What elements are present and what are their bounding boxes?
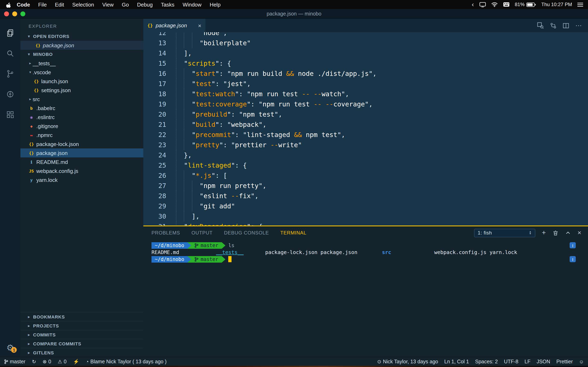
panel-tab-output[interactable]: OUTPUT: [191, 230, 213, 236]
code-line-21[interactable]: 21"build": "webpack",: [143, 119, 588, 130]
menu-view[interactable]: View: [98, 1, 118, 8]
code-line-28[interactable]: 28"eslint --fix",: [143, 191, 588, 201]
tree-file-settings-json[interactable]: {}settings.json: [20, 86, 143, 95]
tree-file-webpack-config-js[interactable]: JSwebpack.config.js: [20, 166, 143, 175]
status-gitlens-mode[interactable]: ⚡: [73, 359, 79, 364]
wifi-icon[interactable]: [491, 2, 498, 7]
tree-file--npmrc[interactable]: ▬.npmrc: [20, 131, 143, 140]
apple-menu-icon[interactable]: [6, 1, 11, 8]
code-line-17[interactable]: 17"test": "jest",: [143, 79, 588, 89]
sidebar-section-compare-commits[interactable]: ▸COMPARE COMMITS: [20, 339, 143, 348]
tree-file-package-lock-json[interactable]: {}package-lock.json: [20, 140, 143, 149]
menu-help[interactable]: Help: [206, 1, 225, 8]
code-line-29[interactable]: 29"git add": [143, 201, 588, 211]
code-line-19[interactable]: 19"test:coverage": "npm run test -- --co…: [143, 99, 588, 109]
minimize-window-button[interactable]: [12, 11, 17, 16]
menu-go[interactable]: Go: [118, 1, 133, 8]
sidebar-section-commits[interactable]: ▸COMMITS: [20, 330, 143, 339]
new-terminal-icon[interactable]: +: [542, 229, 546, 237]
status-errors[interactable]: ⊗0: [43, 359, 51, 364]
code-line-13[interactable]: 13"boilerplate": [143, 38, 588, 48]
tree-folder--vscode[interactable]: ▾.vscode: [20, 68, 143, 77]
explorer-icon[interactable]: [0, 23, 20, 43]
debug-icon[interactable]: [0, 84, 20, 104]
status-language-mode[interactable]: JSON: [536, 359, 550, 364]
menu-tasks[interactable]: Tasks: [157, 1, 178, 8]
status-formatter[interactable]: Prettier: [556, 359, 573, 364]
menu-debug[interactable]: Debug: [133, 1, 157, 8]
notification-center-icon[interactable]: [577, 2, 583, 7]
status-git-branch[interactable]: master: [4, 359, 25, 364]
code-editor[interactable]: 12"node",13"boilerplate"14],15"scripts":…: [143, 32, 588, 225]
sidebar-section-projects[interactable]: ▸PROJECTS: [20, 321, 143, 330]
status-gitlens-blame[interactable]: ◔Blame Nick Taylor ( 13 days ago ): [86, 359, 167, 364]
sidebar-section-gitlens[interactable]: ▸GITLENS: [20, 348, 143, 357]
menu-window[interactable]: Window: [178, 1, 206, 8]
terminal-select[interactable]: 1: fish ▲▼: [474, 229, 535, 237]
source-control-icon[interactable]: [0, 64, 20, 84]
menu-clock[interactable]: Thu 10:27 PM: [541, 2, 572, 7]
tree-file-launch-json[interactable]: {}launch.json: [20, 77, 143, 86]
code-line-16[interactable]: 16"start": "npm run build && node ./dist…: [143, 68, 588, 79]
tree-file-package-json[interactable]: {}package.json: [20, 149, 143, 157]
code-line-14[interactable]: 14],: [143, 48, 588, 58]
maximize-panel-icon[interactable]: [565, 230, 571, 236]
status-commit-author[interactable]: ⊙Nick Taylor, 13 days ago: [377, 359, 438, 364]
tree-folder--tests-[interactable]: ▸__tests__: [20, 59, 143, 68]
sidebar-section-bookmarks[interactable]: ▸BOOKMARKS: [20, 312, 143, 321]
close-panel-icon[interactable]: ×: [578, 229, 582, 236]
code-line-31[interactable]: 31"devDependencies": {: [143, 221, 588, 225]
code-line-27[interactable]: 27"npm run pretty",: [143, 181, 588, 191]
tree-file-yarn-lock[interactable]: yyarn.lock: [20, 175, 143, 184]
code-line-25[interactable]: 25"lint-staged": {: [143, 160, 588, 170]
menu-selection[interactable]: Selection: [68, 1, 98, 8]
battery-indicator[interactable]: 81%: [515, 2, 536, 7]
menu-app[interactable]: Code: [13, 1, 34, 8]
status-sync[interactable]: ↻: [32, 359, 36, 364]
open-changes-icon[interactable]: [537, 22, 544, 29]
code-line-15[interactable]: 15"scripts": {: [143, 58, 588, 68]
tree-file--eslintrc[interactable]: ◉.eslintrc: [20, 113, 143, 122]
code-line-23[interactable]: 23"pretty": "prettier --write": [143, 140, 588, 150]
tree-file--gitignore[interactable]: ◆.gitignore: [20, 122, 143, 131]
more-actions-icon[interactable]: ⋯: [575, 22, 582, 29]
tree-file-readme-md[interactable]: ℹREADME.md: [20, 157, 143, 166]
code-line-12[interactable]: 12"node",: [143, 32, 588, 38]
terminal[interactable]: ~/d/minobomaster lsIREADME.md __tests__ …: [143, 239, 588, 357]
panel-tab-debug-console[interactable]: DEBUG CONSOLE: [224, 230, 269, 236]
search-icon[interactable]: [0, 43, 20, 64]
open-editors-header[interactable]: ▾ OPEN EDITORS: [20, 32, 143, 41]
zoom-window-button[interactable]: [20, 11, 25, 16]
input-source-icon[interactable]: [503, 2, 509, 7]
code-line-24[interactable]: 24},: [143, 150, 588, 160]
panel-tab-terminal[interactable]: TERMINAL: [280, 230, 306, 236]
status-warnings[interactable]: ⚠0: [58, 359, 67, 364]
split-editor-icon[interactable]: [563, 22, 569, 29]
panel-tab-problems[interactable]: PROBLEMS: [151, 230, 180, 236]
tree-file--babelrc[interactable]: b.babelrc: [20, 104, 143, 113]
status-feedback[interactable]: ☺: [579, 359, 584, 364]
code-line-22[interactable]: 22"precommit": "lint-staged && npm test"…: [143, 130, 588, 140]
project-header[interactable]: ▾ MINOBO: [20, 50, 143, 59]
tab-package-json[interactable]: {} package.json ×: [143, 19, 205, 32]
close-window-button[interactable]: [4, 11, 9, 16]
status-eol[interactable]: LF: [525, 359, 530, 364]
open-editor-package-json[interactable]: {}package.json: [20, 41, 143, 50]
close-tab-icon[interactable]: ×: [198, 22, 201, 29]
status-indentation[interactable]: Spaces: 2: [475, 359, 498, 364]
code-line-26[interactable]: 26"*.js": [: [143, 170, 588, 181]
extensions-icon[interactable]: [0, 104, 20, 125]
tree-folder-src[interactable]: ▸src: [20, 95, 143, 104]
status-cursor-position[interactable]: Ln 1, Col 1: [444, 359, 469, 364]
kill-terminal-icon[interactable]: [553, 230, 559, 236]
code-line-18[interactable]: 18"test:watch": "npm run test -- --watch…: [143, 89, 588, 99]
settings-gear-icon[interactable]: ⚙ 1: [6, 343, 14, 353]
menu-edit[interactable]: Edit: [51, 1, 68, 8]
git-compare-icon[interactable]: [550, 22, 557, 29]
status-encoding[interactable]: UTF-8: [504, 359, 518, 364]
code-line-30[interactable]: 30],: [143, 211, 588, 221]
menu-file[interactable]: File: [34, 1, 51, 8]
code-line-20[interactable]: 20"prebuild": "npm test",: [143, 109, 588, 119]
chevron-left-icon[interactable]: ‹: [472, 2, 474, 7]
display-mirroring-icon[interactable]: [479, 2, 486, 7]
